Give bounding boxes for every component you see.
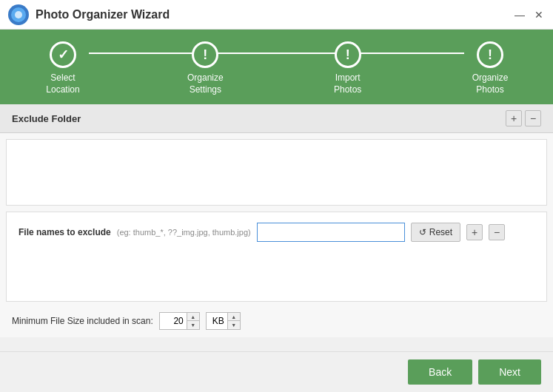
step-label-organize-photos: OrganizePhotos bbox=[472, 72, 509, 95]
exclude-folder-header: Exclude Folder + − bbox=[0, 104, 553, 133]
next-button[interactable]: Next bbox=[478, 359, 541, 385]
exclude-folder-add-button[interactable]: + bbox=[506, 110, 522, 126]
step-circle-organize-settings: ! bbox=[192, 41, 218, 68]
file-names-add-button[interactable]: + bbox=[466, 224, 483, 240]
reset-label: Reset bbox=[429, 227, 452, 237]
reset-button[interactable]: ↺ Reset bbox=[411, 223, 460, 242]
checkmark-icon: ✓ bbox=[58, 47, 69, 63]
file-size-decrement-button[interactable]: ▼ bbox=[187, 321, 199, 329]
file-size-unit-decrement-button[interactable]: ▼ bbox=[228, 321, 240, 329]
footer: Back Next bbox=[0, 351, 553, 392]
app-title: Photo Organizer Wizard bbox=[36, 8, 170, 21]
svg-point-2 bbox=[15, 11, 22, 18]
file-size-spinners: ▲ ▼ bbox=[187, 313, 199, 329]
step-circle-select-location: ✓ bbox=[50, 41, 76, 68]
exclaim-icon-2: ! bbox=[346, 47, 350, 63]
file-names-section: File names to exclude (eg: thumb_*, ??_i… bbox=[6, 212, 547, 302]
close-button[interactable]: ✕ bbox=[531, 7, 547, 23]
minimize-button[interactable]: — bbox=[512, 7, 528, 23]
file-size-increment-button[interactable]: ▲ bbox=[187, 313, 199, 321]
file-names-remove-button[interactable]: − bbox=[489, 224, 505, 240]
wizard-step-organize-photos: ! OrganizePhotos bbox=[457, 41, 523, 95]
file-names-row: File names to exclude (eg: thumb_*, ??_i… bbox=[7, 215, 546, 249]
main-content: Exclude Folder + − File names to exclude… bbox=[0, 104, 553, 337]
title-bar: Photo Organizer Wizard — ✕ bbox=[0, 0, 553, 30]
file-names-list bbox=[7, 249, 546, 301]
file-size-unit-input[interactable] bbox=[207, 313, 227, 329]
file-size-value-input[interactable] bbox=[160, 313, 187, 329]
reset-icon: ↺ bbox=[419, 227, 426, 237]
exclude-folder-remove-button[interactable]: − bbox=[525, 110, 541, 126]
exclude-folder-content bbox=[6, 139, 547, 206]
exclude-folder-actions: + − bbox=[506, 110, 541, 126]
exclaim-icon-1: ! bbox=[203, 47, 207, 63]
min-file-size-section: Minimum File Size included in scan: ▲ ▼ … bbox=[0, 305, 553, 337]
file-size-unit-increment-button[interactable]: ▲ bbox=[228, 313, 240, 321]
step-circle-import-photos: ! bbox=[335, 41, 361, 68]
file-names-input[interactable] bbox=[257, 223, 405, 242]
back-button[interactable]: Back bbox=[408, 359, 472, 385]
wizard-progress-bar: ✓ SelectLocation ! OrganizeSettings ! Im… bbox=[0, 30, 553, 104]
wizard-step-select-location: ✓ SelectLocation bbox=[30, 41, 96, 95]
wizard-step-organize-settings: ! OrganizeSettings bbox=[172, 41, 238, 95]
file-size-input-wrap: ▲ ▼ bbox=[159, 312, 200, 330]
window-controls: — ✕ bbox=[512, 7, 547, 23]
file-names-hint: (eg: thumb_*, ??_img.jpg, thumb.jpg) bbox=[117, 228, 251, 237]
file-names-label: File names to exclude bbox=[19, 227, 111, 237]
app-logo bbox=[7, 4, 30, 26]
exclude-folder-title: Exclude Folder bbox=[12, 113, 81, 124]
step-label-import-photos: ImportPhotos bbox=[334, 72, 361, 95]
file-size-unit-wrap: ▲ ▼ bbox=[206, 312, 241, 330]
min-file-size-label: Minimum File Size included in scan: bbox=[12, 316, 153, 326]
step-circle-organize-photos: ! bbox=[477, 41, 503, 68]
step-label-organize-settings: OrganizeSettings bbox=[187, 72, 224, 95]
wizard-step-import-photos: ! ImportPhotos bbox=[315, 41, 381, 95]
file-size-unit-spinners: ▲ ▼ bbox=[227, 313, 240, 329]
exclaim-icon-3: ! bbox=[488, 47, 492, 63]
step-label-select-location: SelectLocation bbox=[46, 72, 79, 95]
